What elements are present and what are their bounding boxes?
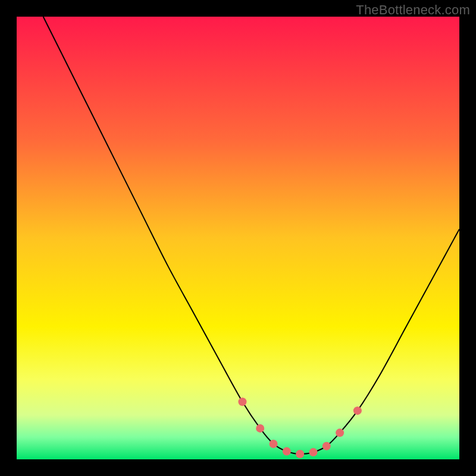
highlight-marker: [353, 406, 362, 415]
highlight-marker: [336, 428, 344, 437]
highlight-marker: [322, 442, 331, 450]
highlight-marker: [270, 440, 278, 448]
chart-gradient-bg: [17, 17, 459, 459]
highlight-marker: [256, 424, 264, 433]
highlight-marker: [296, 450, 304, 458]
highlight-marker: [283, 447, 291, 456]
bottleneck-chart: TheBottleneck.com: [0, 0, 476, 476]
highlight-marker: [238, 397, 246, 406]
watermark-label: TheBottleneck.com: [356, 2, 470, 18]
chart-svg: [0, 0, 476, 476]
highlight-marker: [309, 448, 317, 456]
